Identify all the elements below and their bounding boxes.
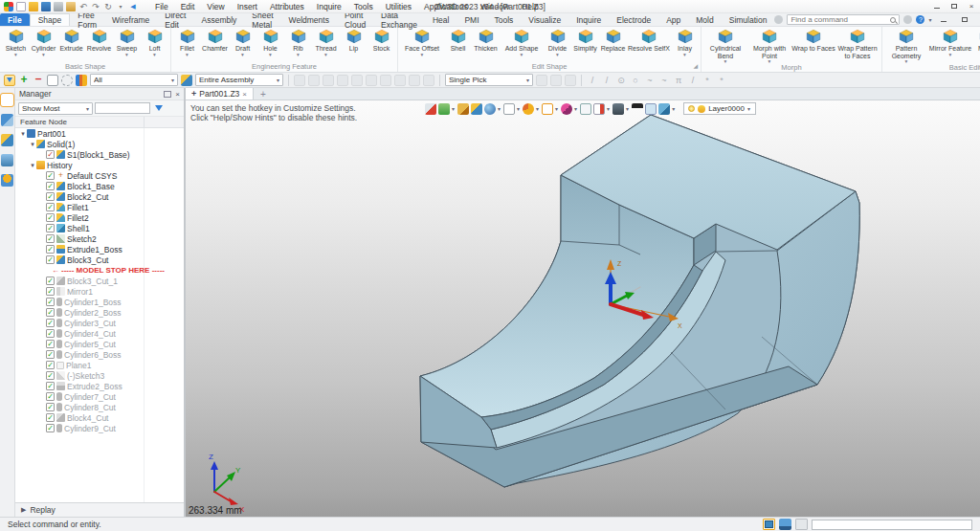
ribbon-button-chamfer[interactable]: Chamfer	[201, 28, 229, 57]
tree-row-cylinder8-cut[interactable]: ✓Cylinder8_Cut	[15, 402, 184, 412]
chevron-down-icon[interactable]: ▾	[186, 53, 189, 57]
ribbon-button-sketch[interactable]: Sketch▾	[2, 28, 30, 57]
replay-bar[interactable]: ▶ Replay	[15, 502, 184, 517]
tree-row-default-csys[interactable]: ✓+Default CSYS	[15, 170, 184, 181]
visibility-checkbox[interactable]: ✓	[46, 403, 55, 411]
split-window-icon[interactable]	[795, 519, 808, 530]
tab-simulation[interactable]: Simulation	[722, 13, 775, 26]
multi-window-icon[interactable]	[779, 519, 791, 530]
ribbon-button-sweep[interactable]: Sweep▾	[113, 28, 141, 57]
ribbon-button-rib[interactable]: Rib▾	[284, 28, 312, 57]
ribbon-button-loft[interactable]: Loft▾	[141, 28, 168, 57]
dock-icon[interactable]	[164, 91, 171, 98]
compass-icon[interactable]	[561, 103, 572, 115]
chevron-down-icon[interactable]: ▾	[125, 53, 128, 57]
view-orient-icon[interactable]	[438, 103, 450, 115]
ribbon-button-hole[interactable]: Hole▾	[256, 28, 284, 57]
model-stop-marker[interactable]: ←----- MODEL STOP HERE -----	[15, 265, 184, 276]
tab-direct-edit[interactable]: Direct Edit	[157, 13, 193, 26]
customize-icon[interactable]	[774, 15, 783, 24]
new-tab-button[interactable]: +	[254, 88, 273, 100]
pick-chain-icon[interactable]	[565, 75, 576, 86]
chevron-down-icon[interactable]: ▾	[556, 53, 559, 57]
visibility-checkbox[interactable]: ✓	[46, 255, 55, 264]
qat-caret-icon[interactable]: ▾	[116, 2, 125, 11]
menu-tools[interactable]: Tools	[348, 1, 379, 12]
chevron-down-icon[interactable]: ▾	[683, 53, 686, 57]
ribbon-button-extrude[interactable]: Extrude	[57, 28, 85, 57]
ribbon-button-cylinder[interactable]: Cylinder▾	[30, 28, 57, 57]
ribbon-button-wrap-to-faces[interactable]: Wrap to Faces	[791, 28, 835, 57]
tab-wireframe[interactable]: Wireframe	[104, 13, 157, 26]
bar-chart-icon[interactable]	[76, 75, 87, 86]
tree-row-plane1[interactable]: ✓Plane1	[15, 360, 184, 370]
ribbon-button-draft[interactable]: Draft▾	[229, 28, 256, 57]
ribbon-button-replace[interactable]: Replace	[599, 28, 627, 57]
visibility-checkbox[interactable]: ✓	[46, 224, 55, 232]
add-filter-icon[interactable]: +	[18, 75, 30, 86]
menu-edit[interactable]: Edit	[175, 1, 201, 12]
ribbon-button-shell[interactable]: Shell	[444, 28, 472, 57]
menu-utilities[interactable]: Utilities	[380, 1, 417, 12]
tab-heal[interactable]: Heal	[425, 13, 457, 26]
tab-close-icon[interactable]: ×	[242, 90, 247, 99]
dimension-filter-icon[interactable]	[409, 75, 420, 86]
tab-free-form[interactable]: Free Form	[70, 13, 104, 26]
ribbon-button-thicken[interactable]: Thicken	[472, 28, 500, 57]
render-sphere-icon[interactable]	[484, 103, 496, 115]
filter-display-icon[interactable]	[4, 75, 15, 86]
ribbon-button-fillet[interactable]: Fillet▾	[173, 28, 201, 57]
tree-row-fillet1[interactable]: ✓Fillet1	[15, 202, 184, 212]
dialog-launcher-icon[interactable]: ◢	[693, 62, 698, 71]
tree-row-cylinder2-boss[interactable]: ✓Cylinder2_Boss	[15, 307, 184, 318]
redo-icon[interactable]: ↷	[91, 2, 100, 11]
surface-icon[interactable]	[658, 103, 670, 115]
frame-add-icon[interactable]	[47, 75, 58, 86]
wireframe-box-icon[interactable]	[503, 103, 515, 115]
ribbon-minimize-button[interactable]	[935, 13, 952, 26]
assembly-manager-icon[interactable]	[1, 114, 13, 126]
menu-file[interactable]: File	[149, 1, 174, 12]
tree-row-cylinder3-cut[interactable]: ✓Cylinder3_Cut	[15, 318, 184, 328]
export-icon[interactable]	[66, 2, 76, 11]
expander-icon[interactable]: ▾	[29, 141, 36, 148]
manager-close-icon[interactable]: ×	[175, 90, 180, 99]
tree-row-fillet2[interactable]: ✓Fillet2	[15, 212, 184, 223]
chevron-down-icon[interactable]: ▾	[521, 53, 523, 57]
ruler-icon[interactable]	[593, 103, 605, 115]
visibility-checkbox[interactable]: ✓	[46, 361, 55, 369]
ribbon-button-morph-with-point[interactable]: Morph with Point▾	[747, 28, 791, 64]
visibility-checkbox[interactable]: ✓	[46, 371, 55, 380]
help-icon[interactable]: ?	[916, 15, 924, 24]
visual-manager-icon[interactable]	[1, 134, 13, 146]
grid-icon[interactable]	[645, 103, 657, 115]
ribbon-button-face-offset[interactable]: Face Offset▾	[400, 28, 444, 57]
tree-row-cylinder6-boss[interactable]: ✓Cylinder6_Boss	[15, 349, 184, 360]
chevron-down-icon[interactable]: ▾	[153, 53, 156, 57]
tree-row-block1-base[interactable]: ✓Block1_Base	[15, 181, 184, 191]
tree-row-solid-1[interactable]: ▾Solid(1)	[15, 139, 184, 149]
wire-filter-icon[interactable]	[394, 75, 406, 86]
close-button[interactable]: ×	[963, 0, 980, 12]
face-filter-icon[interactable]	[323, 75, 334, 86]
expander-icon[interactable]: ▾	[19, 130, 27, 138]
chevron-down-icon[interactable]: ▾	[536, 105, 539, 112]
menu-window[interactable]: Window	[475, 1, 515, 12]
qat-pin-icon[interactable]: ◀	[128, 2, 138, 11]
ribbon-button-thread[interactable]: Thread▾	[312, 28, 340, 57]
vertex-filter-icon[interactable]	[294, 75, 305, 86]
visibility-checkbox[interactable]: ✓	[46, 182, 55, 190]
ribbon-button-simplify[interactable]: Simplify	[571, 28, 599, 57]
pick-mode-select[interactable]: Single Pick▾	[445, 74, 533, 86]
chevron-down-icon[interactable]: ▾	[949, 53, 952, 57]
sync-icon[interactable]	[903, 15, 912, 24]
chevron-down-icon[interactable]: ▾	[517, 105, 520, 112]
visibility-checkbox[interactable]: ✓	[46, 203, 55, 211]
ribbon-button-cylindrical-bend[interactable]: Cylindrical Bend▾	[703, 28, 747, 64]
tab-data-exchange[interactable]: Data Exchange	[373, 13, 425, 26]
chevron-down-icon[interactable]: ▾	[672, 105, 675, 112]
visibility-checkbox[interactable]: ✓	[46, 287, 55, 296]
manager-panel-icon[interactable]	[1, 94, 13, 106]
symbol-filter-icon[interactable]	[423, 75, 434, 86]
assembly-cube-icon[interactable]	[181, 75, 192, 86]
